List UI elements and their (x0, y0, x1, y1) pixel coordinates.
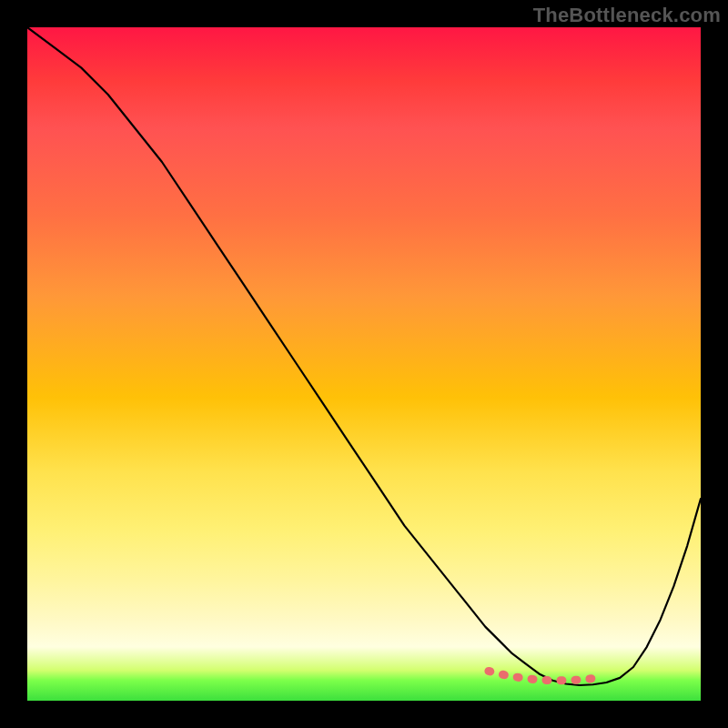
chart-frame: TheBottleneck.com (0, 0, 728, 728)
watermark-text: TheBottleneck.com (533, 4, 721, 27)
bottleneck-curve-path (27, 27, 701, 685)
optimal-marker-band-path (489, 671, 603, 680)
plot-area (27, 27, 701, 701)
chart-svg (27, 27, 701, 701)
